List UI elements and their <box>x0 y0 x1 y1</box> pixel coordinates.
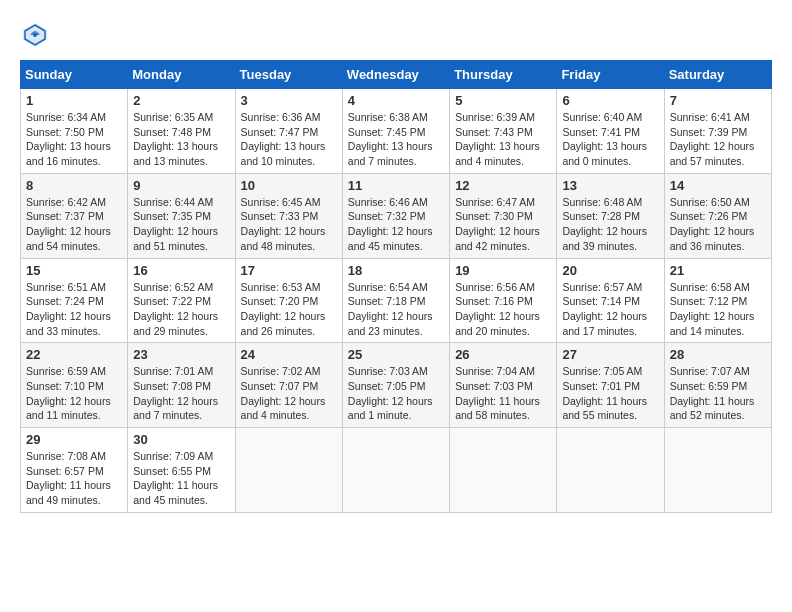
day-info: Sunrise: 6:35 AM Sunset: 7:48 PM Dayligh… <box>133 110 229 169</box>
day-number: 12 <box>455 178 551 193</box>
day-info: Sunrise: 6:40 AM Sunset: 7:41 PM Dayligh… <box>562 110 658 169</box>
day-info: Sunrise: 7:03 AM Sunset: 7:05 PM Dayligh… <box>348 364 444 423</box>
day-number: 17 <box>241 263 337 278</box>
calendar-cell: 15Sunrise: 6:51 AM Sunset: 7:24 PM Dayli… <box>21 258 128 343</box>
day-info: Sunrise: 6:58 AM Sunset: 7:12 PM Dayligh… <box>670 280 766 339</box>
day-info: Sunrise: 6:48 AM Sunset: 7:28 PM Dayligh… <box>562 195 658 254</box>
day-info: Sunrise: 6:50 AM Sunset: 7:26 PM Dayligh… <box>670 195 766 254</box>
day-number: 19 <box>455 263 551 278</box>
day-info: Sunrise: 6:44 AM Sunset: 7:35 PM Dayligh… <box>133 195 229 254</box>
day-info: Sunrise: 6:41 AM Sunset: 7:39 PM Dayligh… <box>670 110 766 169</box>
day-info: Sunrise: 7:04 AM Sunset: 7:03 PM Dayligh… <box>455 364 551 423</box>
calendar-cell: 30Sunrise: 7:09 AM Sunset: 6:55 PM Dayli… <box>128 428 235 513</box>
day-info: Sunrise: 6:46 AM Sunset: 7:32 PM Dayligh… <box>348 195 444 254</box>
day-info: Sunrise: 7:02 AM Sunset: 7:07 PM Dayligh… <box>241 364 337 423</box>
day-info: Sunrise: 6:57 AM Sunset: 7:14 PM Dayligh… <box>562 280 658 339</box>
day-number: 11 <box>348 178 444 193</box>
day-number: 3 <box>241 93 337 108</box>
weekday-header-friday: Friday <box>557 61 664 89</box>
day-number: 21 <box>670 263 766 278</box>
calendar-cell: 21Sunrise: 6:58 AM Sunset: 7:12 PM Dayli… <box>664 258 771 343</box>
calendar-cell: 14Sunrise: 6:50 AM Sunset: 7:26 PM Dayli… <box>664 173 771 258</box>
day-number: 7 <box>670 93 766 108</box>
calendar-cell: 22Sunrise: 6:59 AM Sunset: 7:10 PM Dayli… <box>21 343 128 428</box>
day-number: 4 <box>348 93 444 108</box>
day-info: Sunrise: 6:45 AM Sunset: 7:33 PM Dayligh… <box>241 195 337 254</box>
calendar-cell: 20Sunrise: 6:57 AM Sunset: 7:14 PM Dayli… <box>557 258 664 343</box>
day-number: 16 <box>133 263 229 278</box>
day-info: Sunrise: 6:39 AM Sunset: 7:43 PM Dayligh… <box>455 110 551 169</box>
calendar-cell: 12Sunrise: 6:47 AM Sunset: 7:30 PM Dayli… <box>450 173 557 258</box>
day-number: 15 <box>26 263 122 278</box>
calendar-cell: 26Sunrise: 7:04 AM Sunset: 7:03 PM Dayli… <box>450 343 557 428</box>
calendar-cell: 23Sunrise: 7:01 AM Sunset: 7:08 PM Dayli… <box>128 343 235 428</box>
svg-point-2 <box>33 33 37 37</box>
calendar-week-row: 15Sunrise: 6:51 AM Sunset: 7:24 PM Dayli… <box>21 258 772 343</box>
day-number: 27 <box>562 347 658 362</box>
day-number: 26 <box>455 347 551 362</box>
day-number: 30 <box>133 432 229 447</box>
day-number: 20 <box>562 263 658 278</box>
calendar-cell: 24Sunrise: 7:02 AM Sunset: 7:07 PM Dayli… <box>235 343 342 428</box>
calendar-cell: 18Sunrise: 6:54 AM Sunset: 7:18 PM Dayli… <box>342 258 449 343</box>
day-info: Sunrise: 6:47 AM Sunset: 7:30 PM Dayligh… <box>455 195 551 254</box>
calendar-cell: 13Sunrise: 6:48 AM Sunset: 7:28 PM Dayli… <box>557 173 664 258</box>
day-info: Sunrise: 6:51 AM Sunset: 7:24 PM Dayligh… <box>26 280 122 339</box>
day-number: 5 <box>455 93 551 108</box>
day-info: Sunrise: 6:36 AM Sunset: 7:47 PM Dayligh… <box>241 110 337 169</box>
day-info: Sunrise: 6:42 AM Sunset: 7:37 PM Dayligh… <box>26 195 122 254</box>
calendar-week-row: 29Sunrise: 7:08 AM Sunset: 6:57 PM Dayli… <box>21 428 772 513</box>
calendar-cell <box>557 428 664 513</box>
logo <box>20 20 54 50</box>
calendar-cell: 6Sunrise: 6:40 AM Sunset: 7:41 PM Daylig… <box>557 89 664 174</box>
calendar-week-row: 8Sunrise: 6:42 AM Sunset: 7:37 PM Daylig… <box>21 173 772 258</box>
day-info: Sunrise: 7:08 AM Sunset: 6:57 PM Dayligh… <box>26 449 122 508</box>
page-header <box>20 20 772 50</box>
calendar-cell <box>450 428 557 513</box>
calendar-cell: 2Sunrise: 6:35 AM Sunset: 7:48 PM Daylig… <box>128 89 235 174</box>
day-info: Sunrise: 7:07 AM Sunset: 6:59 PM Dayligh… <box>670 364 766 423</box>
day-info: Sunrise: 6:54 AM Sunset: 7:18 PM Dayligh… <box>348 280 444 339</box>
calendar-cell: 29Sunrise: 7:08 AM Sunset: 6:57 PM Dayli… <box>21 428 128 513</box>
calendar-cell: 28Sunrise: 7:07 AM Sunset: 6:59 PM Dayli… <box>664 343 771 428</box>
calendar-cell: 1Sunrise: 6:34 AM Sunset: 7:50 PM Daylig… <box>21 89 128 174</box>
day-info: Sunrise: 7:01 AM Sunset: 7:08 PM Dayligh… <box>133 364 229 423</box>
day-number: 9 <box>133 178 229 193</box>
weekday-header-tuesday: Tuesday <box>235 61 342 89</box>
calendar-cell: 9Sunrise: 6:44 AM Sunset: 7:35 PM Daylig… <box>128 173 235 258</box>
calendar-week-row: 1Sunrise: 6:34 AM Sunset: 7:50 PM Daylig… <box>21 89 772 174</box>
weekday-header-row: SundayMondayTuesdayWednesdayThursdayFrid… <box>21 61 772 89</box>
day-number: 22 <box>26 347 122 362</box>
calendar-cell: 4Sunrise: 6:38 AM Sunset: 7:45 PM Daylig… <box>342 89 449 174</box>
calendar-cell: 7Sunrise: 6:41 AM Sunset: 7:39 PM Daylig… <box>664 89 771 174</box>
weekday-header-monday: Monday <box>128 61 235 89</box>
calendar-cell: 27Sunrise: 7:05 AM Sunset: 7:01 PM Dayli… <box>557 343 664 428</box>
day-number: 25 <box>348 347 444 362</box>
day-info: Sunrise: 7:05 AM Sunset: 7:01 PM Dayligh… <box>562 364 658 423</box>
weekday-header-wednesday: Wednesday <box>342 61 449 89</box>
calendar-cell: 3Sunrise: 6:36 AM Sunset: 7:47 PM Daylig… <box>235 89 342 174</box>
day-number: 10 <box>241 178 337 193</box>
day-number: 6 <box>562 93 658 108</box>
logo-icon <box>20 20 50 50</box>
day-number: 13 <box>562 178 658 193</box>
day-number: 18 <box>348 263 444 278</box>
day-number: 24 <box>241 347 337 362</box>
calendar-cell: 25Sunrise: 7:03 AM Sunset: 7:05 PM Dayli… <box>342 343 449 428</box>
calendar-table: SundayMondayTuesdayWednesdayThursdayFrid… <box>20 60 772 513</box>
calendar-cell: 10Sunrise: 6:45 AM Sunset: 7:33 PM Dayli… <box>235 173 342 258</box>
calendar-week-row: 22Sunrise: 6:59 AM Sunset: 7:10 PM Dayli… <box>21 343 772 428</box>
day-number: 14 <box>670 178 766 193</box>
weekday-header-saturday: Saturday <box>664 61 771 89</box>
calendar-cell: 16Sunrise: 6:52 AM Sunset: 7:22 PM Dayli… <box>128 258 235 343</box>
day-info: Sunrise: 6:53 AM Sunset: 7:20 PM Dayligh… <box>241 280 337 339</box>
calendar-cell: 8Sunrise: 6:42 AM Sunset: 7:37 PM Daylig… <box>21 173 128 258</box>
day-info: Sunrise: 6:59 AM Sunset: 7:10 PM Dayligh… <box>26 364 122 423</box>
day-info: Sunrise: 6:34 AM Sunset: 7:50 PM Dayligh… <box>26 110 122 169</box>
calendar-cell <box>664 428 771 513</box>
day-number: 28 <box>670 347 766 362</box>
calendar-cell: 11Sunrise: 6:46 AM Sunset: 7:32 PM Dayli… <box>342 173 449 258</box>
day-number: 1 <box>26 93 122 108</box>
calendar-cell: 19Sunrise: 6:56 AM Sunset: 7:16 PM Dayli… <box>450 258 557 343</box>
calendar-cell <box>342 428 449 513</box>
